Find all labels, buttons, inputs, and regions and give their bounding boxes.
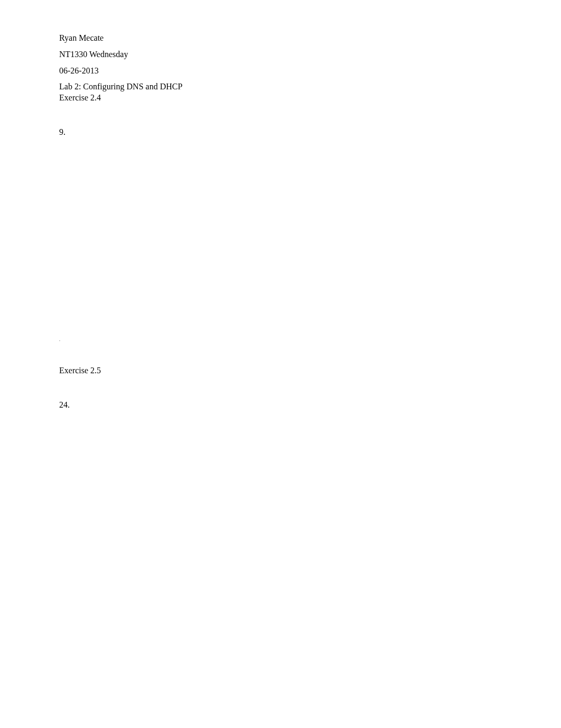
course-line: NT1330 Wednesday (59, 49, 561, 60)
author-line: Ryan Mecate (59, 33, 561, 44)
lab-title: Lab 2: Configuring DNS and DHCP (59, 81, 561, 93)
step-number-24: 24. (59, 400, 561, 411)
exercise-label-25: Exercise 2.5 (59, 365, 561, 376)
document-page: Ryan Mecate NT1330 Wednesday 06-26-2013 … (0, 0, 561, 410)
date-line: 06-26-2013 (59, 66, 561, 77)
decorative-dot: . (59, 338, 561, 342)
step-number-9: 9. (59, 127, 561, 138)
exercise-label-24: Exercise 2.4 (59, 93, 561, 104)
